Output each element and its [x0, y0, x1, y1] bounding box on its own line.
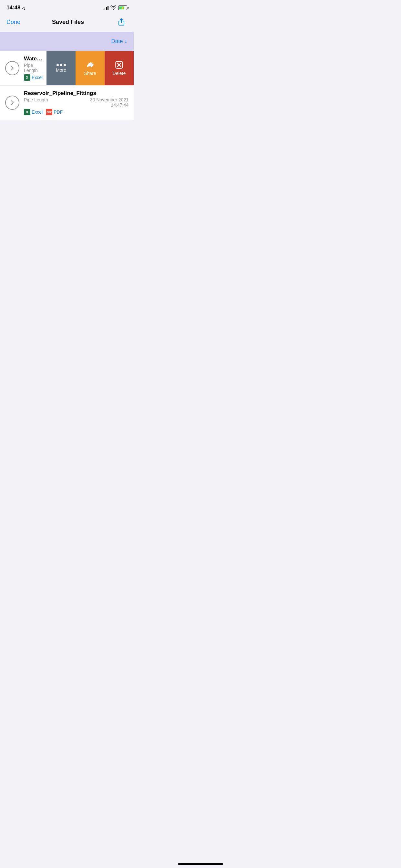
file-info: Reservoir_Pipeline_Fittings Pipe Length …	[24, 90, 128, 115]
excel-icon: X	[24, 109, 30, 115]
status-icons: ⚡	[103, 5, 127, 10]
wifi-icon	[111, 5, 116, 10]
sort-button[interactable]: Date ↓	[112, 38, 127, 44]
file-subtitle: Pipe Length 30 November 2021 14:47:44	[24, 97, 128, 107]
sort-direction-icon: ↓	[125, 38, 127, 44]
table-row: Reservoir_Pipeline_Fittings Pipe Length …	[0, 86, 134, 120]
share-action-button[interactable]: Share	[75, 51, 104, 85]
more-dots-icon	[57, 64, 66, 66]
page-title: Saved Files	[52, 19, 84, 26]
pdf-tag[interactable]: PDF PDF	[46, 109, 63, 115]
file-subtitle: Pipe Length	[24, 63, 43, 73]
done-button[interactable]: Done	[6, 19, 20, 26]
signal-icon	[103, 5, 109, 10]
nav-bar: Done Saved Files	[0, 13, 134, 32]
delete-action-icon	[115, 60, 124, 69]
file-name: Water_S	[24, 56, 43, 62]
share-action-icon	[86, 60, 95, 69]
file-open-button[interactable]	[5, 96, 19, 110]
excel-tag[interactable]: X Excel	[24, 74, 42, 81]
table-row: Water_S Pipe Length X Excel More	[0, 51, 134, 86]
excel-icon: X	[24, 74, 30, 81]
file-tags: X Excel PDF PDF	[24, 109, 128, 115]
sort-label-text: Date	[112, 38, 123, 44]
file-date: 30 November 2021 14:47:44	[90, 97, 128, 107]
share-action-label: Share	[84, 71, 96, 76]
delete-action-button[interactable]: Delete	[104, 51, 134, 85]
excel-tag[interactable]: X Excel	[24, 109, 42, 115]
location-icon: ◁	[22, 5, 25, 10]
file-open-button[interactable]	[5, 61, 19, 75]
more-action-label: More	[56, 67, 66, 73]
share-button[interactable]	[116, 16, 127, 28]
file-list: Water_S Pipe Length X Excel More	[0, 51, 134, 120]
file-tags: X Excel	[24, 74, 43, 81]
file-info: Water_S Pipe Length X Excel	[24, 56, 43, 81]
pdf-icon: PDF	[46, 109, 52, 115]
status-bar: 14:48 ◁ ⚡	[0, 0, 134, 13]
battery-icon: ⚡	[118, 5, 127, 10]
delete-action-label: Delete	[113, 71, 126, 76]
status-time: 14:48	[6, 4, 20, 11]
sort-bar: Date ↓	[0, 32, 134, 51]
swipe-actions: More Share Delete	[47, 51, 134, 85]
file-name: Reservoir_Pipeline_Fittings	[24, 90, 128, 97]
more-action-button[interactable]: More	[47, 51, 75, 85]
